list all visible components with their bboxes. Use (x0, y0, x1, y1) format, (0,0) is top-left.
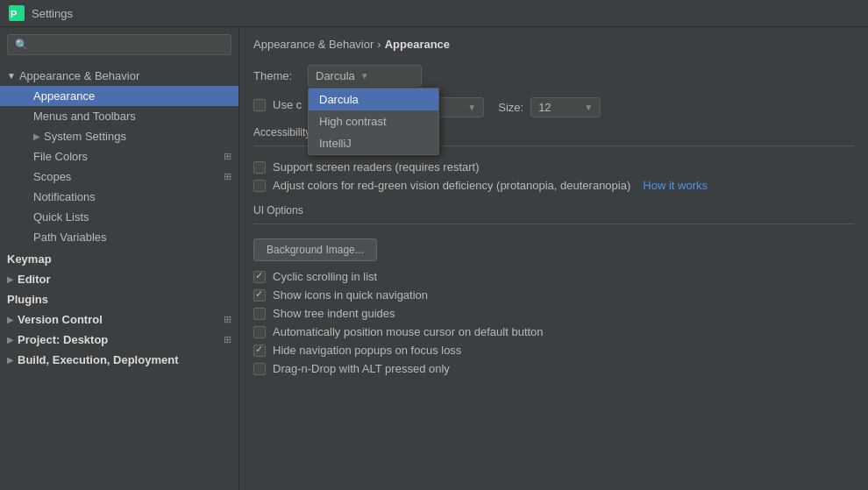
theme-row: Theme: Darcula ▼ Darcula High contrast I… (253, 65, 854, 87)
ui-options-title: UI Options (253, 204, 854, 233)
chevron-down-icon: ▼ (360, 71, 369, 81)
how-it-works-link[interactable]: How it works (643, 179, 708, 192)
tree-indent-label[interactable]: Show tree indent guides (253, 307, 395, 320)
show-icons-text: Show icons in quick navigation (273, 288, 428, 302)
auto-position-checkbox[interactable] (253, 326, 266, 338)
sidebar-item-label: Plugins (7, 293, 48, 306)
screen-readers-row: Support screen readers (requires restart… (253, 160, 854, 174)
sidebar-item-keymap[interactable]: Keymap (0, 247, 238, 269)
breadcrumb-separator: › (377, 38, 381, 51)
drag-n-drop-checkbox[interactable] (253, 363, 266, 375)
auto-position-row: Automatically position mouse cursor on d… (253, 325, 854, 338)
screen-readers-checkbox[interactable] (253, 161, 266, 174)
sidebar-item-project-desktop[interactable]: ▶ Project: Desktop ⊞ (0, 330, 238, 350)
tree-indent-checkbox[interactable] (253, 308, 266, 320)
dropdown-item-darcula[interactable]: Darcula (309, 89, 438, 110)
pycharm-icon: P (9, 5, 25, 21)
cyclic-scroll-text: Cyclic scrolling in list (273, 270, 377, 283)
chevron-right-icon: ▶ (7, 355, 14, 365)
sidebar-item-label: Quick Lists (33, 210, 89, 224)
tree-indent-row: Show tree indent guides (253, 307, 854, 320)
dropdown-item-high-contrast[interactable]: High contrast (309, 110, 438, 132)
use-custom-font-label[interactable]: Use c (253, 98, 302, 111)
sidebar-item-editor[interactable]: ▶ Editor (0, 269, 238, 289)
chevron-right-icon: ▶ (7, 274, 14, 284)
sidebar-item-system-settings[interactable]: ▶ System Settings (0, 126, 238, 146)
sidebar-item-label: Keymap (7, 252, 52, 266)
sidebar-item-menus-toolbars[interactable]: Menus and Toolbars (0, 106, 238, 126)
hide-nav-popups-label[interactable]: Hide navigation popups on focus loss (253, 344, 461, 357)
sidebar-section-label: Appearance & Behavior (19, 69, 139, 82)
sidebar-item-label: Scopes (33, 170, 71, 183)
auto-position-text: Automatically position mouse cursor on d… (273, 325, 544, 338)
sidebar-item-appearance[interactable]: Appearance (0, 86, 238, 106)
breadcrumb-current: Appearance (385, 38, 450, 51)
copy-icon: ⊞ (224, 171, 231, 182)
size-select[interactable]: 12 ▼ (530, 97, 601, 117)
sidebar-item-scopes[interactable]: Scopes ⊞ (0, 167, 238, 187)
theme-dropdown-container: Darcula ▼ Darcula High contrast IntelliJ (308, 65, 422, 87)
red-green-row: Adjust colors for red-green vision defic… (253, 179, 854, 192)
theme-selected-value: Darcula (316, 69, 355, 82)
sidebar-item-plugins[interactable]: Plugins (0, 289, 238, 309)
chevron-right-icon: ▶ (7, 335, 14, 344)
window-title: Settings (32, 7, 73, 20)
hide-nav-popups-text: Hide navigation popups on focus loss (273, 344, 461, 357)
sidebar-item-label: Project: Desktop (18, 333, 108, 346)
content-body: Theme: Darcula ▼ Darcula High contrast I… (239, 58, 868, 490)
show-icons-checkbox[interactable] (253, 289, 266, 302)
sidebar-item-version-control[interactable]: ▶ Version Control ⊞ (0, 309, 238, 330)
screen-readers-label[interactable]: Support screen readers (requires restart… (253, 160, 480, 174)
cyclic-scroll-checkbox[interactable] (253, 271, 266, 283)
show-icons-row: Show icons in quick navigation (253, 288, 854, 302)
use-custom-font-text: Use c (273, 98, 302, 111)
red-green-text: Adjust colors for red-green vision defic… (273, 179, 630, 192)
hide-nav-popups-row: Hide navigation popups on focus loss (253, 344, 854, 357)
red-green-checkbox[interactable] (253, 180, 266, 192)
copy-icon: ⊞ (224, 151, 231, 162)
main-container: 🔍 ▼ Appearance & Behavior Appearance Men… (0, 27, 868, 490)
sidebar-item-notifications[interactable]: Notifications (0, 187, 238, 207)
sidebar-item-quick-lists[interactable]: Quick Lists (0, 207, 238, 227)
title-bar: P Settings (0, 0, 868, 27)
theme-label: Theme: (253, 69, 297, 82)
use-custom-font-checkbox-row: Use c (253, 98, 302, 111)
screen-readers-text: Support screen readers (requires restart… (273, 160, 480, 174)
sidebar-item-appearance-behavior[interactable]: ▼ Appearance & Behavior (0, 66, 238, 86)
use-custom-font-checkbox[interactable] (253, 99, 266, 111)
hide-nav-popups-checkbox[interactable] (253, 344, 266, 357)
sidebar-item-label: Version Control (18, 313, 103, 326)
copy-icon: ⊞ (224, 334, 231, 345)
sidebar-item-label: System Settings (44, 130, 126, 143)
content-area: Appearance & Behavior › Appearance Theme… (239, 27, 868, 490)
breadcrumb: Appearance & Behavior › Appearance (239, 27, 868, 58)
sidebar-item-label: Editor (18, 273, 51, 286)
search-input[interactable] (32, 39, 224, 51)
breadcrumb-parent: Appearance & Behavior (253, 38, 374, 51)
drag-n-drop-label[interactable]: Drag-n-Drop with ALT pressed only (253, 362, 450, 375)
tree-indent-text: Show tree indent guides (273, 307, 395, 320)
theme-dropdown-popup: Darcula High contrast IntelliJ (308, 88, 439, 155)
editor-label-row: ▶ Editor (7, 273, 51, 286)
bg-image-button[interactable]: Background Image... (253, 238, 377, 261)
sidebar: 🔍 ▼ Appearance & Behavior Appearance Men… (0, 27, 239, 490)
sidebar-item-label: Notifications (33, 190, 96, 203)
svg-text:P: P (11, 9, 17, 19)
size-label: Size: (498, 101, 523, 114)
sidebar-item-label: Appearance (33, 89, 95, 103)
cyclic-scroll-label[interactable]: Cyclic scrolling in list (253, 270, 377, 283)
dropdown-icon: ▼ (467, 103, 476, 112)
dropdown-item-intellij[interactable]: IntelliJ (309, 132, 438, 154)
sidebar-item-build-execution[interactable]: ▶ Build, Execution, Deployment (0, 350, 238, 370)
theme-dropdown[interactable]: Darcula ▼ (308, 65, 422, 87)
red-green-label[interactable]: Adjust colors for red-green vision defic… (253, 179, 630, 192)
search-box[interactable]: 🔍 (7, 34, 231, 55)
sidebar-item-file-colors[interactable]: File Colors ⊞ (0, 146, 238, 167)
vc-label-row: ▶ Version Control (7, 313, 103, 326)
auto-position-label[interactable]: Automatically position mouse cursor on d… (253, 325, 544, 338)
sidebar-item-path-variables[interactable]: Path Variables (0, 227, 238, 247)
chevron-down-icon: ▼ (7, 71, 16, 81)
show-icons-label[interactable]: Show icons in quick navigation (253, 288, 428, 302)
copy-icon: ⊞ (224, 314, 231, 325)
sidebar-item-label: File Colors (33, 150, 88, 163)
